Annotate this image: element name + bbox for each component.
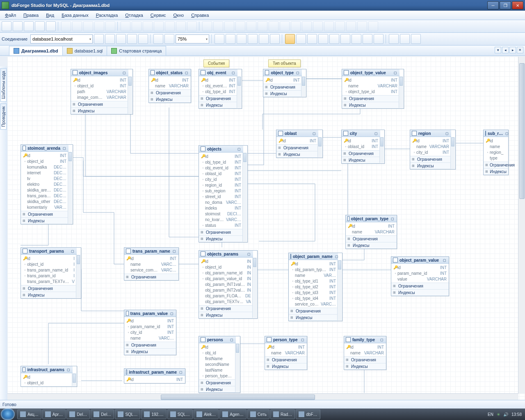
table-scrollbar[interactable] xyxy=(379,137,384,163)
sticky-note[interactable]: Тип объекта xyxy=(268,59,301,67)
toolbar-button[interactable] xyxy=(94,34,104,44)
table-group-indexes[interactable]: ⊞Индексы xyxy=(124,348,176,355)
table-group-indexes[interactable]: ⊞Индексы xyxy=(410,162,451,169)
taskbar-item[interactable]: dbF… xyxy=(296,409,320,419)
table-header[interactable]: infrastruct_param_name▢ xyxy=(124,369,185,376)
rollup-icon[interactable]: ▢ xyxy=(231,71,236,75)
siderail-tab[interactable]: Проводник xyxy=(0,103,7,130)
table-group-constraints[interactable]: ⊞Ограничения xyxy=(71,101,128,107)
table-group-constraints[interactable]: ⊞Ограничения xyxy=(391,283,449,289)
table-header[interactable]: persons▢ xyxy=(199,336,236,343)
table-scrollbar[interactable] xyxy=(242,153,247,242)
taskbar-item[interactable]: Apr… xyxy=(42,409,66,419)
rollup-icon[interactable]: ▢ xyxy=(379,338,384,342)
table-group-indexes[interactable]: ⊞Индексы xyxy=(263,90,302,97)
table-objects_params[interactable]: objects_params▢🔑idIN◦object_idIN◦obj_par… xyxy=(199,250,258,319)
tray-icon[interactable]: ✳ xyxy=(497,412,500,417)
table-infrastruct_params[interactable]: infrastruct_params▢🔑id◦object_id xyxy=(21,366,77,387)
table-scrollbar[interactable] xyxy=(237,76,241,108)
menu-item[interactable]: Окно xyxy=(170,12,187,18)
table-group-indexes[interactable]: ⊞Индексы xyxy=(71,107,128,114)
table-group-constraints[interactable]: ⊞Ограничения xyxy=(263,84,302,90)
table-header[interactable]: transport_params▢ xyxy=(21,248,77,255)
table-group-constraints[interactable]: ⊞Ограничения xyxy=(346,235,397,242)
table-group-constraints[interactable]: ⊞Ограничения xyxy=(21,285,77,292)
table-group-indexes[interactable]: ⊞Индексы xyxy=(199,235,243,242)
table-city[interactable]: city▢🔑idINT◦oblast_idINT⊞Ограничения⊞Инд… xyxy=(341,130,385,164)
table-scrollbar[interactable] xyxy=(317,137,322,157)
table-header[interactable]: object_param_name▢ xyxy=(289,253,338,260)
table-sub_region[interactable]: sub_r…▢🔑idname◦region_type⊞Ограничения⊞И… xyxy=(483,130,509,175)
taskbar-item[interactable]: Акц… xyxy=(17,409,41,419)
toolbar-button[interactable] xyxy=(237,34,247,44)
table-scrollbar[interactable] xyxy=(72,373,76,386)
table-group-constraints[interactable]: ⊞Ограничения xyxy=(342,95,399,102)
table-person_type[interactable]: person_type▢🔑idINTnameVARCHAR⊞Ограничени… xyxy=(265,336,307,370)
tab-next[interactable]: ▸ xyxy=(509,47,516,53)
taskbar-item[interactable]: Agen… xyxy=(219,409,246,419)
toolbar-button[interactable] xyxy=(127,34,137,44)
language-indicator[interactable]: EN xyxy=(488,412,493,417)
rollup-icon[interactable]: ▢ xyxy=(374,132,379,135)
rollup-icon[interactable]: ▢ xyxy=(300,338,305,342)
toolbar-button[interactable] xyxy=(24,21,34,31)
taskbar-item[interactable]: Alek… xyxy=(194,409,219,419)
toolbar-button[interactable] xyxy=(318,34,328,44)
table-group-indexes[interactable]: ⊞Индексы xyxy=(149,96,191,103)
table-group-indexes[interactable]: ⊞Индексы xyxy=(391,289,449,296)
table-header[interactable]: sub_r…▢ xyxy=(484,130,508,137)
table-object_type_value[interactable]: object_type_value▢🔑idINTnameVARCHAR◦obje… xyxy=(342,69,404,109)
taskbar-item[interactable]: Del… xyxy=(91,409,114,419)
table-group-indexes[interactable]: ⊞Индексы xyxy=(21,292,77,298)
table-group-indexes[interactable]: ⊞Индексы xyxy=(344,363,386,370)
table-group-indexes[interactable]: ⊞Индексы xyxy=(199,102,237,108)
table-group-constraints[interactable]: ⊞Ограничения xyxy=(199,379,236,386)
window-close-button[interactable]: ✕ xyxy=(512,1,523,9)
table-header[interactable]: object_type_value▢ xyxy=(342,69,399,76)
rollup-icon[interactable]: ▢ xyxy=(178,370,183,374)
rollup-icon[interactable]: ▢ xyxy=(122,71,127,75)
rollup-icon[interactable]: ▢ xyxy=(237,147,242,151)
vertical-scrollbar[interactable] xyxy=(518,57,525,394)
table-group-constraints[interactable]: ⊞Ограничения xyxy=(265,356,307,363)
toolbar-button[interactable] xyxy=(329,34,339,44)
table-header[interactable]: object_type▢ xyxy=(263,69,302,76)
rollup-icon[interactable]: ▢ xyxy=(393,71,398,75)
window-maximize-button[interactable]: ❐ xyxy=(500,1,511,9)
table-group-indexes[interactable]: ⊞Индексы xyxy=(342,157,380,163)
table-group-indexes[interactable]: ⊞Индексы xyxy=(346,242,397,249)
table-objects[interactable]: objects▢🔑idINT◦obj_type_idINT◦obj_event_… xyxy=(199,145,248,242)
toolbar-button[interactable] xyxy=(296,34,306,44)
sticky-note[interactable]: События xyxy=(203,59,229,67)
rollup-icon[interactable]: ▢ xyxy=(247,252,251,256)
table-header[interactable]: obj_event▢ xyxy=(199,69,237,76)
table-scrollbar[interactable] xyxy=(301,76,306,96)
table-group-constraints[interactable]: ⊞Ограничения xyxy=(484,162,508,168)
table-oblast[interactable]: oblast▢🔑idINT⊞Ограничения⊞Индексы xyxy=(276,130,323,158)
table-object_status[interactable]: object_status▢🔑idINTnameVARCHAR⊞Ограниче… xyxy=(148,69,191,103)
taskbar-item[interactable]: Rad… xyxy=(270,409,295,419)
table-group-constraints[interactable]: ⊞Ограничения xyxy=(199,95,237,102)
menu-item[interactable]: База данных xyxy=(58,12,92,18)
toolbar-button[interactable] xyxy=(307,34,317,44)
table-transport_params[interactable]: transport_params▢🔑idI◦object_idI◦trans_p… xyxy=(21,247,81,299)
table-group-indexes[interactable]: ⊞Индексы xyxy=(265,363,307,370)
table-scrollbar[interactable] xyxy=(399,76,403,108)
rollup-icon[interactable]: ▢ xyxy=(504,132,509,135)
start-button[interactable] xyxy=(1,409,15,420)
table-header[interactable]: objects▢ xyxy=(199,146,243,153)
table-header[interactable]: person_type▢ xyxy=(265,336,307,343)
table-scrollbar[interactable] xyxy=(337,260,342,320)
toolbar-button[interactable] xyxy=(138,34,148,44)
table-header[interactable]: trans_param_name▢ xyxy=(124,248,178,255)
diagram-canvas[interactable]: СобытияТип объектаobject_images▢🔑idINT◦o… xyxy=(7,57,525,400)
toolbar-button[interactable] xyxy=(352,34,361,44)
table-group-constraints[interactable]: ⊞Ограничения xyxy=(124,274,178,280)
toolbar-button[interactable] xyxy=(340,34,350,44)
taskbar-item[interactable]: SQL… xyxy=(167,409,193,419)
connection-combo[interactable]: database1.localhost xyxy=(30,34,93,43)
table-object_param_type[interactable]: object_param_type▢🔑idINTnameVARCHAR⊞Огра… xyxy=(345,215,397,249)
zoom-combo[interactable]: 75% xyxy=(176,34,209,43)
table-header[interactable]: object_images▢ xyxy=(71,69,128,76)
toolbar-button[interactable] xyxy=(46,21,56,31)
